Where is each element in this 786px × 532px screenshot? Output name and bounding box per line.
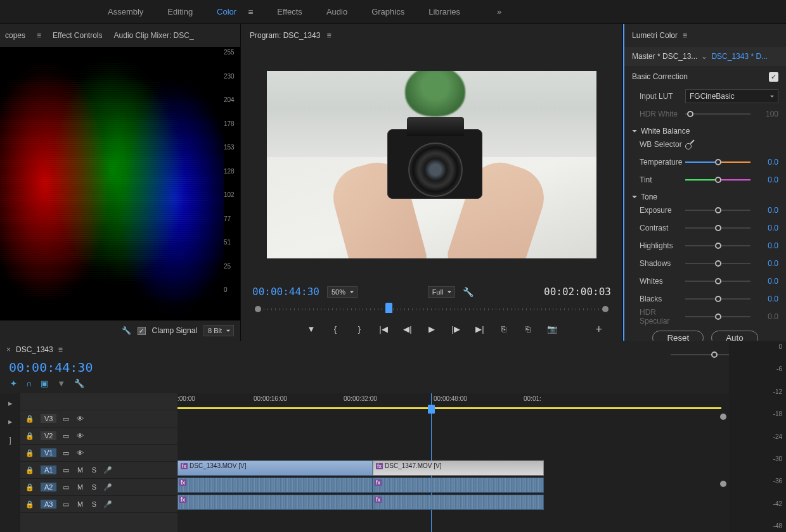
- track-a1[interactable]: 🔒A1▭MS🎤: [20, 462, 177, 479]
- workspace-color[interactable]: Color: [217, 7, 236, 16]
- sync-lock-icon[interactable]: ▭: [61, 432, 70, 440]
- track-v3[interactable]: 🔒V3▭👁: [20, 410, 177, 428]
- track-v2[interactable]: 🔒V2▭👁: [20, 428, 177, 445]
- close-sequence-icon[interactable]: ×: [6, 345, 11, 354]
- eye-icon[interactable]: 👁: [75, 449, 84, 457]
- shadows-value[interactable]: 0.0: [754, 259, 778, 268]
- lock-icon[interactable]: 🔒: [25, 449, 34, 457]
- exposure-slider[interactable]: [685, 206, 751, 215]
- clip-a2-1[interactable]: fx: [177, 495, 373, 510]
- marker-icon[interactable]: ▼: [57, 379, 65, 388]
- sequence-menu-icon[interactable]: ≡: [58, 345, 63, 354]
- lock-icon[interactable]: 🔒: [25, 415, 34, 423]
- play-icon[interactable]: ▶: [426, 323, 437, 334]
- tab-effect-controls[interactable]: Effect Controls: [53, 31, 102, 40]
- mark-out-icon[interactable]: }: [354, 323, 365, 334]
- track-a3[interactable]: 🔒A3▭MS🎤: [20, 496, 177, 513]
- lock-icon[interactable]: 🔒: [25, 500, 34, 509]
- highlights-value[interactable]: 0.0: [754, 241, 778, 250]
- time-ruler[interactable]: :00:00 00:00:16:00 00:00:32:00 00:00:48:…: [177, 393, 729, 408]
- workspace-effects[interactable]: Effects: [277, 7, 302, 16]
- work-area-bar[interactable]: [177, 407, 721, 409]
- white-balance-group[interactable]: White Balance: [632, 127, 778, 136]
- step-forward-icon[interactable]: |▶: [450, 323, 461, 334]
- scopes-settings-icon[interactable]: 🔧: [122, 326, 131, 335]
- tint-value[interactable]: 0.0: [754, 175, 778, 184]
- extract-icon[interactable]: ⎗: [522, 323, 534, 334]
- basic-correction-label[interactable]: Basic Correction: [632, 72, 688, 81]
- tint-slider[interactable]: [685, 175, 751, 184]
- tab-scopes-menu-icon[interactable]: ≡: [37, 31, 41, 40]
- snap-icon[interactable]: ✦: [10, 379, 17, 388]
- zoom-dropdown[interactable]: 50%: [327, 286, 358, 298]
- whites-value[interactable]: 0.0: [754, 277, 778, 286]
- lock-icon[interactable]: 🔒: [25, 483, 34, 491]
- program-settings-icon[interactable]: 🔧: [463, 287, 474, 297]
- zoom-scroll-end[interactable]: [720, 481, 726, 487]
- eye-icon[interactable]: 👁: [75, 432, 84, 440]
- mark-in-icon[interactable]: {: [330, 323, 341, 334]
- exposure-value[interactable]: 0.0: [754, 206, 778, 215]
- clip-a1-1[interactable]: fx: [177, 478, 373, 493]
- shadows-slider[interactable]: [685, 259, 751, 268]
- clip-a1-2[interactable]: fx: [373, 478, 544, 493]
- whites-slider[interactable]: [685, 277, 751, 286]
- clamp-signal-checkbox[interactable]: ✓: [138, 327, 146, 335]
- mute-icon[interactable]: M: [75, 466, 84, 474]
- contrast-value[interactable]: 0.0: [754, 224, 778, 232]
- playhead-icon[interactable]: [428, 405, 435, 414]
- workspace-assembly[interactable]: Assembly: [108, 7, 143, 16]
- temperature-slider[interactable]: [685, 158, 751, 167]
- viewer-canvas[interactable]: [267, 71, 596, 258]
- tool-icon[interactable]: ▸: [8, 398, 13, 408]
- workspace-editing[interactable]: Editing: [167, 7, 193, 16]
- timeline-settings-icon[interactable]: 🔧: [74, 379, 84, 388]
- lift-icon[interactable]: ⎘: [498, 323, 510, 334]
- solo-icon[interactable]: S: [89, 466, 98, 474]
- lock-icon[interactable]: 🔒: [25, 466, 34, 474]
- workspace-audio[interactable]: Audio: [326, 7, 347, 16]
- basic-correction-toggle[interactable]: ✓: [769, 72, 778, 82]
- program-menu-icon[interactable]: ≡: [326, 31, 331, 40]
- tool-icon[interactable]: ]: [9, 435, 11, 445]
- step-back-icon[interactable]: ◀|: [402, 323, 413, 334]
- bit-depth-dropdown[interactable]: 8 Bit: [203, 325, 234, 336]
- tone-group[interactable]: Tone: [632, 193, 778, 201]
- lock-icon[interactable]: 🔒: [25, 432, 34, 440]
- timeline-timecode[interactable]: 00:00:44:30: [0, 358, 729, 376]
- input-lut-dropdown[interactable]: FGCineBasic: [685, 89, 778, 103]
- contrast-slider[interactable]: [685, 224, 751, 232]
- tab-scopes[interactable]: copes: [5, 31, 25, 40]
- program-timecode[interactable]: 00:00:44:30: [252, 286, 319, 298]
- blacks-value[interactable]: 0.0: [754, 294, 778, 303]
- magnet-icon[interactable]: ∩: [26, 379, 32, 388]
- workspace-menu-icon[interactable]: ≡: [248, 7, 253, 17]
- timeline-canvas[interactable]: :00:00 00:00:16:00 00:00:32:00 00:00:48:…: [177, 393, 729, 532]
- lumetri-crumb-clip[interactable]: DSC_1343 * D...: [711, 52, 768, 61]
- resolution-dropdown[interactable]: Full: [428, 286, 456, 298]
- workspace-libraries[interactable]: Libraries: [428, 7, 460, 16]
- work-area-end[interactable]: [720, 414, 726, 420]
- highlights-slider[interactable]: [685, 241, 751, 250]
- sync-lock-icon[interactable]: ▭: [61, 449, 70, 457]
- export-frame-icon[interactable]: 📷: [546, 323, 558, 334]
- sync-lock-icon[interactable]: ▭: [61, 415, 70, 423]
- eyedropper-icon[interactable]: [685, 139, 695, 149]
- clip-v1-2[interactable]: fxDSC_1347.MOV [V]: [373, 460, 544, 476]
- temperature-value[interactable]: 0.0: [754, 158, 778, 167]
- go-to-out-icon[interactable]: ▶|: [474, 323, 486, 334]
- blacks-slider[interactable]: [685, 294, 751, 303]
- go-to-in-icon[interactable]: |◀: [378, 323, 389, 334]
- clip-v1-1[interactable]: fxDSC_1343.MOV [V]: [177, 460, 373, 476]
- tab-audio-clip-mixer[interactable]: Audio Clip Mixer: DSC_: [114, 31, 194, 40]
- lumetri-crumb-master[interactable]: Master * DSC_13...: [632, 52, 697, 61]
- lumetri-menu-icon[interactable]: ≡: [683, 31, 687, 40]
- button-editor-icon[interactable]: +: [595, 323, 602, 336]
- tool-icon[interactable]: ▸: [8, 417, 13, 426]
- voice-over-icon[interactable]: 🎤: [103, 466, 112, 474]
- linked-selection-icon[interactable]: ▣: [41, 379, 48, 388]
- chevron-down-icon[interactable]: ⌄: [701, 52, 707, 61]
- sequence-name[interactable]: DSC_1343: [16, 345, 53, 354]
- workspace-overflow-icon[interactable]: »: [497, 7, 501, 16]
- program-scrubber[interactable]: [255, 303, 609, 317]
